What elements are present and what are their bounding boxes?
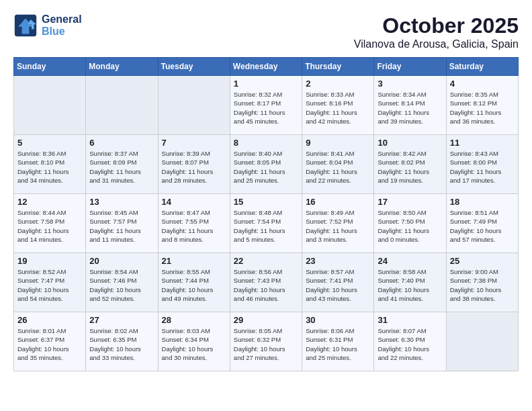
day-info: Sunrise: 8:57 AM Sunset: 7:41 PM Dayligh… [306, 267, 370, 303]
week-row-5: 26Sunrise: 8:01 AM Sunset: 6:37 PM Dayli… [14, 312, 519, 371]
title-block: October 2025 Vilanova de Arousa, Galicia… [354, 13, 519, 50]
calendar-table: SundayMondayTuesdayWednesdayThursdayFrid… [13, 57, 519, 371]
day-number: 25 [450, 256, 515, 266]
day-number: 11 [450, 138, 515, 148]
day-info: Sunrise: 8:45 AM Sunset: 7:57 PM Dayligh… [89, 208, 154, 244]
day-info: Sunrise: 8:43 AM Sunset: 8:00 PM Dayligh… [450, 149, 515, 185]
logo-text: General Blue [42, 13, 82, 38]
day-number: 6 [89, 138, 154, 148]
day-info: Sunrise: 8:49 AM Sunset: 7:52 PM Dayligh… [306, 208, 370, 244]
day-info: Sunrise: 8:39 AM Sunset: 8:07 PM Dayligh… [162, 149, 226, 185]
day-number: 4 [450, 79, 515, 89]
day-cell [86, 76, 158, 135]
week-row-3: 12Sunrise: 8:44 AM Sunset: 7:58 PM Dayli… [14, 194, 519, 253]
day-number: 19 [17, 256, 82, 266]
day-number: 29 [234, 315, 298, 325]
weekday-header-row: SundayMondayTuesdayWednesdayThursdayFrid… [14, 58, 519, 76]
day-number: 13 [89, 197, 154, 207]
day-cell: 26Sunrise: 8:01 AM Sunset: 6:37 PM Dayli… [14, 312, 86, 371]
day-number: 24 [378, 256, 442, 266]
day-number: 20 [89, 256, 154, 266]
day-number: 31 [378, 315, 442, 325]
day-info: Sunrise: 9:00 AM Sunset: 7:38 PM Dayligh… [450, 267, 515, 303]
week-row-1: 1Sunrise: 8:32 AM Sunset: 8:17 PM Daylig… [14, 76, 519, 135]
day-cell: 2Sunrise: 8:33 AM Sunset: 8:16 PM Daylig… [302, 76, 374, 135]
day-number: 22 [234, 256, 298, 266]
weekday-header-sunday: Sunday [14, 58, 86, 76]
day-info: Sunrise: 8:58 AM Sunset: 7:40 PM Dayligh… [378, 267, 442, 303]
day-cell: 23Sunrise: 8:57 AM Sunset: 7:41 PM Dayli… [302, 253, 374, 312]
day-info: Sunrise: 8:54 AM Sunset: 7:46 PM Dayligh… [89, 267, 154, 303]
day-number: 5 [17, 138, 82, 148]
day-info: Sunrise: 8:52 AM Sunset: 7:47 PM Dayligh… [17, 267, 82, 303]
day-number: 21 [162, 256, 226, 266]
day-number: 18 [450, 197, 515, 207]
day-info: Sunrise: 8:41 AM Sunset: 8:04 PM Dayligh… [306, 149, 370, 185]
day-cell: 16Sunrise: 8:49 AM Sunset: 7:52 PM Dayli… [302, 194, 374, 253]
day-info: Sunrise: 8:48 AM Sunset: 7:54 PM Dayligh… [234, 208, 298, 244]
day-cell: 19Sunrise: 8:52 AM Sunset: 7:47 PM Dayli… [14, 253, 86, 312]
day-info: Sunrise: 8:05 AM Sunset: 6:32 PM Dayligh… [234, 326, 298, 362]
week-row-2: 5Sunrise: 8:36 AM Sunset: 8:10 PM Daylig… [14, 135, 519, 194]
day-cell: 7Sunrise: 8:39 AM Sunset: 8:07 PM Daylig… [158, 135, 230, 194]
day-number: 26 [17, 315, 82, 325]
day-cell: 24Sunrise: 8:58 AM Sunset: 7:40 PM Dayli… [374, 253, 446, 312]
day-cell: 3Sunrise: 8:34 AM Sunset: 8:14 PM Daylig… [374, 76, 446, 135]
day-info: Sunrise: 8:37 AM Sunset: 8:09 PM Dayligh… [89, 149, 154, 185]
day-info: Sunrise: 8:51 AM Sunset: 7:49 PM Dayligh… [450, 208, 515, 244]
day-number: 10 [378, 138, 442, 148]
month-title: October 2025 [354, 13, 519, 38]
location-subtitle: Vilanova de Arousa, Galicia, Spain [354, 38, 519, 50]
day-cell: 21Sunrise: 8:55 AM Sunset: 7:44 PM Dayli… [158, 253, 230, 312]
logo-icon [13, 13, 38, 38]
day-number: 17 [378, 197, 442, 207]
day-cell [158, 76, 230, 135]
day-cell: 30Sunrise: 8:06 AM Sunset: 6:31 PM Dayli… [302, 312, 374, 371]
day-cell: 11Sunrise: 8:43 AM Sunset: 8:00 PM Dayli… [446, 135, 518, 194]
day-number: 12 [17, 197, 82, 207]
week-row-4: 19Sunrise: 8:52 AM Sunset: 7:47 PM Dayli… [14, 253, 519, 312]
day-info: Sunrise: 8:50 AM Sunset: 7:50 PM Dayligh… [378, 208, 442, 244]
day-info: Sunrise: 8:44 AM Sunset: 7:58 PM Dayligh… [17, 208, 82, 244]
day-cell: 10Sunrise: 8:42 AM Sunset: 8:02 PM Dayli… [374, 135, 446, 194]
weekday-header-monday: Monday [86, 58, 158, 76]
weekday-header-wednesday: Wednesday [230, 58, 302, 76]
day-cell: 25Sunrise: 9:00 AM Sunset: 7:38 PM Dayli… [446, 253, 518, 312]
day-number: 3 [378, 79, 442, 89]
day-info: Sunrise: 8:32 AM Sunset: 8:17 PM Dayligh… [234, 90, 298, 126]
day-info: Sunrise: 8:55 AM Sunset: 7:44 PM Dayligh… [162, 267, 226, 303]
day-cell: 5Sunrise: 8:36 AM Sunset: 8:10 PM Daylig… [14, 135, 86, 194]
day-cell [14, 76, 86, 135]
day-cell: 28Sunrise: 8:03 AM Sunset: 6:34 PM Dayli… [158, 312, 230, 371]
day-cell: 1Sunrise: 8:32 AM Sunset: 8:17 PM Daylig… [230, 76, 302, 135]
weekday-header-tuesday: Tuesday [158, 58, 230, 76]
day-info: Sunrise: 8:06 AM Sunset: 6:31 PM Dayligh… [306, 326, 370, 362]
day-cell: 18Sunrise: 8:51 AM Sunset: 7:49 PM Dayli… [446, 194, 518, 253]
weekday-header-thursday: Thursday [302, 58, 374, 76]
day-info: Sunrise: 8:34 AM Sunset: 8:14 PM Dayligh… [378, 90, 442, 126]
day-cell [446, 312, 518, 371]
page-header: General Blue October 2025 Vilanova de Ar… [13, 13, 519, 50]
day-cell: 20Sunrise: 8:54 AM Sunset: 7:46 PM Dayli… [86, 253, 158, 312]
day-info: Sunrise: 8:42 AM Sunset: 8:02 PM Dayligh… [378, 149, 442, 185]
day-info: Sunrise: 8:56 AM Sunset: 7:43 PM Dayligh… [234, 267, 298, 303]
day-number: 27 [89, 315, 154, 325]
weekday-header-saturday: Saturday [446, 58, 518, 76]
day-cell: 9Sunrise: 8:41 AM Sunset: 8:04 PM Daylig… [302, 135, 374, 194]
day-cell: 13Sunrise: 8:45 AM Sunset: 7:57 PM Dayli… [86, 194, 158, 253]
day-cell: 29Sunrise: 8:05 AM Sunset: 6:32 PM Dayli… [230, 312, 302, 371]
day-number: 16 [306, 197, 370, 207]
day-info: Sunrise: 8:40 AM Sunset: 8:05 PM Dayligh… [234, 149, 298, 185]
day-number: 23 [306, 256, 370, 266]
day-info: Sunrise: 8:36 AM Sunset: 8:10 PM Dayligh… [17, 149, 82, 185]
day-cell: 17Sunrise: 8:50 AM Sunset: 7:50 PM Dayli… [374, 194, 446, 253]
day-number: 9 [306, 138, 370, 148]
day-cell: 31Sunrise: 8:07 AM Sunset: 6:30 PM Dayli… [374, 312, 446, 371]
logo: General Blue [13, 13, 82, 38]
day-cell: 8Sunrise: 8:40 AM Sunset: 8:05 PM Daylig… [230, 135, 302, 194]
day-info: Sunrise: 8:33 AM Sunset: 8:16 PM Dayligh… [306, 90, 370, 126]
day-info: Sunrise: 8:02 AM Sunset: 6:35 PM Dayligh… [89, 326, 154, 362]
day-cell: 4Sunrise: 8:35 AM Sunset: 8:12 PM Daylig… [446, 76, 518, 135]
day-info: Sunrise: 8:03 AM Sunset: 6:34 PM Dayligh… [162, 326, 226, 362]
day-number: 8 [234, 138, 298, 148]
